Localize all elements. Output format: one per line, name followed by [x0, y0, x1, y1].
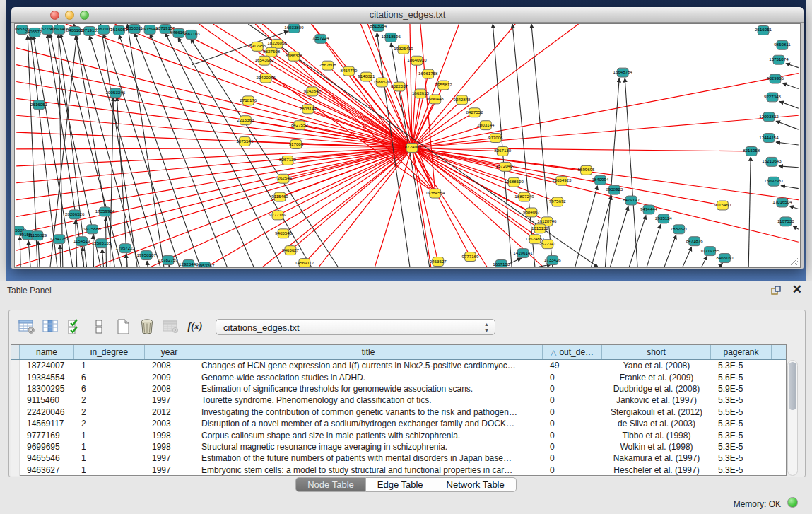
cell-short[interactable]: Jankovic et al. (1997)	[602, 395, 711, 405]
graph-node[interactable]: 7262544	[275, 174, 293, 183]
cell-name[interactable]: 9463627	[20, 465, 74, 475]
graph-edge[interactable]	[412, 148, 799, 242]
tab-network-table[interactable]: Network Table	[435, 477, 517, 492]
cell-year[interactable]: 2008	[145, 361, 194, 370]
graph-node[interactable]: 2803144	[300, 105, 317, 114]
graph-node[interactable]: 16648784	[613, 68, 633, 77]
graph-node[interactable]: 19218596	[381, 33, 401, 42]
graph-edge[interactable]	[779, 101, 799, 108]
cell-out_degree[interactable]: 0	[543, 384, 602, 394]
cell-in_degree[interactable]: 2	[74, 395, 145, 405]
graph-node[interactable]: 7832621	[671, 225, 688, 234]
select-all-button[interactable]	[63, 316, 87, 337]
cell-year[interactable]: 2012	[145, 407, 194, 417]
column-header-out_degree[interactable]: △out_de…	[543, 345, 602, 359]
graph-node[interactable]: 16782759	[158, 256, 178, 265]
graph-node[interactable]: 16961758	[418, 69, 438, 78]
cell-pagerank[interactable]: 5.3E-5	[711, 442, 772, 452]
graph-edge[interactable]	[629, 215, 646, 267]
cell-year[interactable]: 1998	[145, 431, 194, 440]
graph-node[interactable]: 12505135	[92, 239, 112, 248]
graph-edge[interactable]	[412, 24, 515, 148]
graph-node[interactable]: 1667103	[183, 30, 201, 39]
graph-node[interactable]: 12093832	[759, 112, 779, 122]
graph-node[interactable]: 2718176	[240, 96, 257, 105]
table-selector-dropdown[interactable]: citations_edges.txt ▲▼	[216, 319, 495, 335]
cell-out_degree[interactable]: 0	[543, 465, 602, 475]
graph-node[interactable]: 1667103	[493, 260, 510, 267]
cell-in_degree[interactable]: 1	[74, 361, 145, 370]
cell-short[interactable]: Yano et al. (2008)	[602, 361, 711, 370]
graph-node[interactable]: 2935114	[655, 214, 672, 223]
cell-pagerank[interactable]: 5.3E-5	[711, 395, 772, 405]
cell-year[interactable]: 2009	[145, 373, 194, 382]
graph-node[interactable]: 9777169	[269, 211, 287, 220]
cell-title[interactable]: Changes of HCN gene expression and I(f) …	[194, 361, 543, 370]
cell-out_degree[interactable]: 0	[543, 419, 602, 428]
graph-edge[interactable]	[664, 235, 676, 267]
graph-node[interactable]: 9115460	[714, 201, 731, 210]
graph-edge[interactable]	[119, 35, 200, 267]
table-row[interactable]: 1456911722003Disruption of a novel membe…	[11, 418, 786, 429]
graph-node[interactable]: 1733426	[544, 256, 562, 265]
cell-title[interactable]: Tourette syndrome. Phenomenology and cla…	[194, 395, 543, 405]
table-row[interactable]: 946554611997Estimation of the future num…	[11, 452, 786, 464]
cell-out_degree[interactable]: 0	[543, 407, 602, 417]
graph-node[interactable]: 7357224	[312, 34, 330, 43]
cell-out_degree[interactable]: 0	[543, 431, 602, 440]
cell-title[interactable]: Embryonic stem cells: a model to study s…	[194, 465, 543, 475]
graph-edge[interactable]	[575, 186, 598, 267]
cell-year[interactable]: 2008	[145, 384, 194, 394]
graph-node[interactable]: 2616051	[755, 25, 772, 35]
graph-node[interactable]: 15751074	[769, 55, 789, 64]
table-row[interactable]: 2242004622012Investigating the contribut…	[11, 407, 786, 418]
cell-short[interactable]: Nakamura et al. (1997)	[602, 453, 711, 463]
graph-node[interactable]: 2213363	[237, 116, 254, 125]
graph-node[interactable]: 2803144	[477, 121, 495, 130]
graph-node[interactable]: 12342757	[49, 235, 69, 244]
graph-node[interactable]: 8813054	[370, 24, 387, 31]
memory-status-icon[interactable]	[787, 497, 798, 508]
graph-edge[interactable]	[793, 226, 799, 229]
graph-node[interactable]: 9329966	[767, 74, 784, 83]
graph-node[interactable]: 9884067	[523, 208, 541, 217]
graph-edge[interactable]	[781, 186, 799, 189]
delete-table-button[interactable]	[159, 316, 183, 337]
graph-edge[interactable]	[647, 224, 661, 267]
resize-grip-icon[interactable]	[789, 256, 799, 266]
cell-pagerank[interactable]: 5.9E-5	[711, 384, 772, 394]
graph-node[interactable]: 9115460	[271, 192, 288, 201]
graph-node[interactable]: 20206526	[65, 210, 85, 219]
graph-node[interactable]: 9699695	[578, 165, 596, 175]
graph-edge[interactable]	[147, 261, 148, 267]
graph-edge[interactable]	[591, 196, 611, 267]
graph-node[interactable]: 15692931	[764, 177, 784, 186]
cell-title[interactable]: Investigating the contribution of common…	[194, 407, 543, 417]
graph-edge[interactable]	[117, 97, 127, 267]
column-header-name[interactable]: name	[20, 345, 74, 359]
graph-node[interactable]: 18807249	[514, 192, 534, 201]
table-row[interactable]: 911546021997Tourette syndrome. Phenomeno…	[11, 395, 786, 406]
graph-edge[interactable]	[779, 166, 799, 168]
graph-edge[interactable]	[165, 33, 282, 267]
graph-node[interactable]: 1667103	[95, 25, 113, 34]
graph-node[interactable]: 8471876	[686, 237, 704, 246]
close-panel-icon[interactable]: ✕	[792, 283, 802, 297]
graph-node[interactable]: 2522741	[539, 240, 557, 249]
graph-node[interactable]: 10688609	[504, 177, 524, 187]
cell-out_degree[interactable]: 0	[543, 373, 602, 382]
show-hide-columns-button[interactable]	[39, 316, 63, 337]
graph-node[interactable]: 8938923	[606, 185, 623, 194]
unselect-all-button[interactable]	[87, 316, 111, 337]
cell-name[interactable]: 9115460	[20, 395, 74, 405]
graph-edge[interactable]	[412, 148, 722, 206]
graph-node[interactable]: 9146821	[358, 72, 375, 81]
cell-pagerank[interactable]: 5.3E-5	[711, 465, 772, 475]
cell-name[interactable]: 14569117	[20, 419, 74, 428]
table-row[interactable]: 969969511998Structural magnetic resonanc…	[11, 441, 786, 452]
cell-title[interactable]: Structural magnetic resonance image aver…	[194, 442, 543, 452]
graph-node[interactable]: 1840994	[592, 175, 609, 185]
graph-node[interactable]: 1588520	[373, 78, 391, 87]
cell-in_degree[interactable]: 6	[74, 384, 145, 394]
cell-name[interactable]: 9777169	[20, 431, 74, 440]
